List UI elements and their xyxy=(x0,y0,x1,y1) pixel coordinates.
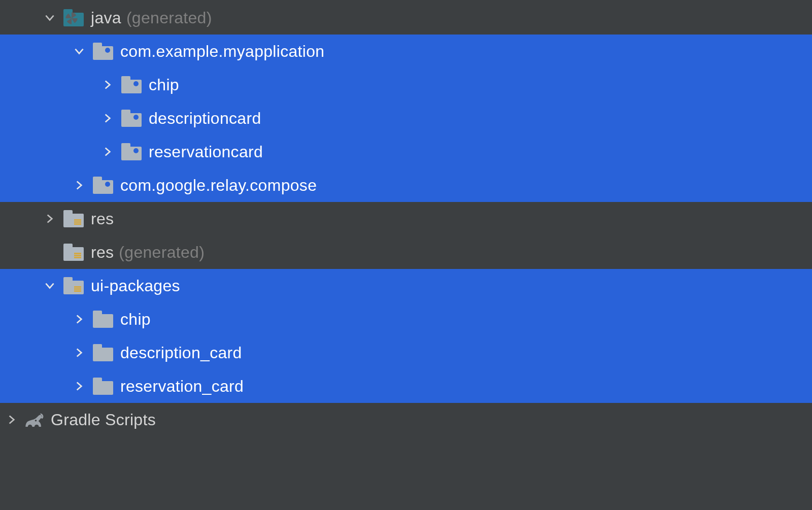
tree-item-description-card[interactable]: description_card xyxy=(0,336,812,369)
tree-item-label: chip xyxy=(120,311,151,327)
tree-item-res-generated[interactable]: res (generated) xyxy=(0,235,812,269)
tree-item-annotation: (generated) xyxy=(126,10,212,26)
chevron-right-icon[interactable] xyxy=(101,145,114,158)
tree-item-gradle-scripts[interactable]: Gradle Scripts xyxy=(0,403,812,436)
tree-item-label: reservation_card xyxy=(120,378,244,394)
tree-item-annotation: (generated) xyxy=(119,244,205,260)
folder-teal-pinwheel-icon xyxy=(63,10,83,26)
tree-item-label: descriptioncard xyxy=(149,110,261,126)
folder-resource-icon xyxy=(63,278,83,294)
gradle-icon xyxy=(23,412,45,428)
folder-resource-icon xyxy=(63,211,83,227)
chevron-right-icon[interactable] xyxy=(5,413,18,426)
folder-package-icon xyxy=(121,77,141,93)
folder-package-icon xyxy=(121,144,141,160)
tree-item-reservation-card[interactable]: reservation_card xyxy=(0,369,812,403)
folder-icon xyxy=(93,345,112,361)
tree-item-res[interactable]: res xyxy=(0,202,812,235)
tree-item-label: reservationcard xyxy=(149,144,263,160)
tree-item-chip[interactable]: chip xyxy=(0,68,812,101)
tree-item-com-google-relay-compose[interactable]: com.google.relay.compose xyxy=(0,168,812,202)
tree-item-label: res xyxy=(91,244,114,260)
tree-item-chip-uipkg[interactable]: chip xyxy=(0,302,812,336)
chevron-down-icon[interactable] xyxy=(43,279,56,292)
tree-item-label: description_card xyxy=(120,345,242,361)
folder-icon xyxy=(93,378,112,394)
tree-item-label: com.example.myapplication xyxy=(120,43,324,59)
tree-item-reservationcard[interactable]: reservationcard xyxy=(0,135,812,168)
folder-package-icon xyxy=(93,43,112,59)
tree-item-label: ui-packages xyxy=(91,278,180,294)
tree-item-label: chip xyxy=(149,77,179,93)
folder-resource-icon xyxy=(63,244,83,260)
chevron-right-icon[interactable] xyxy=(101,112,114,125)
project-tree: java (generated) com.example.myapplicati… xyxy=(0,0,812,436)
tree-item-label: Gradle Scripts xyxy=(51,412,156,428)
tree-item-com-example-myapplication[interactable]: com.example.myapplication xyxy=(0,35,812,68)
tree-item-label: com.google.relay.compose xyxy=(120,177,317,193)
tree-item-label: res xyxy=(91,211,114,227)
chevron-right-icon[interactable] xyxy=(73,313,86,326)
folder-package-icon xyxy=(121,110,141,126)
tree-item-ui-packages[interactable]: ui-packages xyxy=(0,269,812,302)
chevron-right-icon[interactable] xyxy=(73,346,86,359)
chevron-right-icon[interactable] xyxy=(73,179,86,192)
tree-item-descriptioncard[interactable]: descriptioncard xyxy=(0,101,812,135)
chevron-right-icon[interactable] xyxy=(73,380,86,393)
chevron-down-icon[interactable] xyxy=(73,45,86,58)
chevron-right-icon[interactable] xyxy=(43,212,56,225)
arrow-placeholder xyxy=(43,246,56,259)
tree-item-label: java xyxy=(91,10,121,26)
folder-package-icon xyxy=(93,177,112,193)
folder-icon xyxy=(93,311,112,327)
chevron-right-icon[interactable] xyxy=(101,78,114,91)
chevron-down-icon[interactable] xyxy=(43,11,56,24)
tree-item-java-generated[interactable]: java (generated) xyxy=(0,1,812,35)
